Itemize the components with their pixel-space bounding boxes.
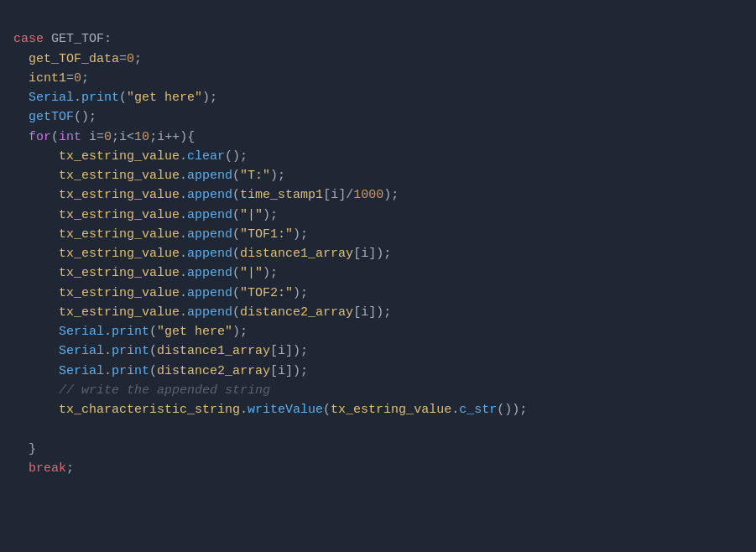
line-3: icnt1=0; <box>13 71 89 86</box>
line-17: Serial.print(distance1_array[i]); <box>13 344 308 358</box>
line-23: break; <box>13 461 74 476</box>
line-10: tx_estring_value.append("|"); <box>13 208 278 222</box>
line-4: Serial.print("get here"); <box>13 91 217 105</box>
line-6: for(int i=0;i<10;i++){ <box>13 130 195 144</box>
line-14: tx_estring_value.append("TOF2:"); <box>13 286 308 300</box>
code-editor: case GET_TOF: get_TOF_data=0; icnt1=0; S… <box>0 0 756 488</box>
line-22: } <box>13 442 36 456</box>
line-8: tx_estring_value.append("T:"); <box>13 169 285 183</box>
line-20: tx_characteristic_string.writeValue(tx_e… <box>13 403 527 417</box>
line-13: tx_estring_value.append("|"); <box>13 266 278 280</box>
line-11: tx_estring_value.append("TOF1:"); <box>13 227 308 242</box>
line-15: tx_estring_value.append(distance2_array[… <box>13 305 391 320</box>
line-1: case GET_TOF: <box>13 32 112 46</box>
line-18: Serial.print(distance2_array[i]); <box>13 364 308 378</box>
line-9: tx_estring_value.append(time_stamp1[i]/1… <box>13 188 399 202</box>
line-16: Serial.print("get here"); <box>13 325 248 339</box>
line-5: getTOF(); <box>13 110 96 124</box>
line-7: tx_estring_value.clear(); <box>13 149 248 164</box>
line-12: tx_estring_value.append(distance1_array[… <box>13 247 391 261</box>
line-19: // write the appended string <box>13 383 270 398</box>
line-2: get_TOF_data=0; <box>13 52 142 66</box>
